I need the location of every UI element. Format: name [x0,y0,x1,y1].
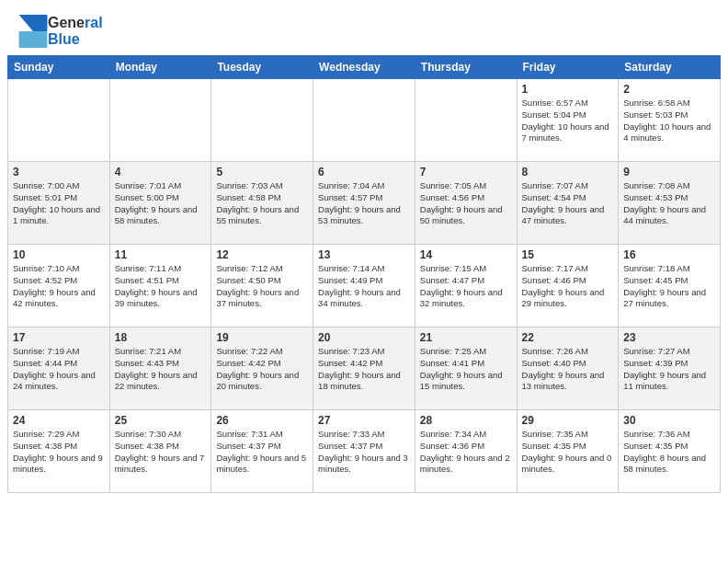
day-number: 6 [318,166,410,178]
calendar-week-3: 10Sunrise: 7:10 AM Sunset: 4:52 PM Dayli… [8,245,721,327]
day-number: 11 [115,248,207,261]
calendar-table: SundayMondayTuesdayWednesdayThursdayFrid… [7,55,721,493]
calendar-header-row: SundayMondayTuesdayWednesdayThursdayFrid… [8,56,721,79]
logo-line1: General [48,15,103,31]
calendar-cell: 11Sunrise: 7:11 AM Sunset: 4:51 PM Dayli… [109,245,211,327]
day-info: Sunrise: 7:18 AM Sunset: 4:45 PM Dayligh… [623,263,715,310]
calendar-cell: 28Sunrise: 7:34 AM Sunset: 4:36 PM Dayli… [415,410,517,493]
calendar-cell: 24Sunrise: 7:29 AM Sunset: 4:38 PM Dayli… [8,410,110,493]
day-info: Sunrise: 7:14 AM Sunset: 4:49 PM Dayligh… [318,263,410,310]
calendar-cell [313,79,415,162]
calendar-cell [109,79,211,162]
day-number: 24 [13,414,105,427]
day-number: 18 [115,331,207,344]
calendar-cell: 25Sunrise: 7:30 AM Sunset: 4:38 PM Dayli… [109,410,211,493]
day-number: 9 [623,166,715,178]
calendar-cell: 13Sunrise: 7:14 AM Sunset: 4:49 PM Dayli… [313,245,415,327]
calendar-week-1: 1Sunrise: 6:57 AM Sunset: 5:04 PM Daylig… [8,79,721,162]
day-info: Sunrise: 7:23 AM Sunset: 4:42 PM Dayligh… [318,346,410,393]
day-number: 10 [13,248,105,261]
calendar-cell: 1Sunrise: 6:57 AM Sunset: 5:04 PM Daylig… [517,79,619,162]
calendar-cell: 27Sunrise: 7:33 AM Sunset: 4:37 PM Dayli… [313,410,415,493]
day-info: Sunrise: 7:19 AM Sunset: 4:44 PM Dayligh… [13,346,105,393]
day-number: 5 [216,166,308,178]
day-number: 28 [420,414,512,427]
calendar-cell: 17Sunrise: 7:19 AM Sunset: 4:44 PM Dayli… [8,327,110,410]
day-header-monday: Monday [109,56,211,79]
day-info: Sunrise: 7:21 AM Sunset: 4:43 PM Dayligh… [115,346,207,393]
day-info: Sunrise: 7:05 AM Sunset: 4:56 PM Dayligh… [420,180,512,227]
calendar-cell: 18Sunrise: 7:21 AM Sunset: 4:43 PM Dayli… [109,327,211,410]
day-number: 27 [318,414,410,427]
day-number: 4 [115,166,207,178]
day-info: Sunrise: 7:29 AM Sunset: 4:38 PM Dayligh… [13,429,105,476]
day-info: Sunrise: 7:04 AM Sunset: 4:57 PM Dayligh… [318,180,410,227]
day-number: 7 [420,166,512,178]
calendar-cell [8,79,110,162]
day-number: 21 [420,331,512,344]
day-number: 20 [318,331,410,344]
day-number: 12 [216,248,308,261]
day-info: Sunrise: 7:25 AM Sunset: 4:41 PM Dayligh… [420,346,512,393]
calendar-week-5: 24Sunrise: 7:29 AM Sunset: 4:38 PM Dayli… [8,410,721,493]
day-info: Sunrise: 6:58 AM Sunset: 5:03 PM Dayligh… [623,98,715,144]
calendar-cell: 20Sunrise: 7:23 AM Sunset: 4:42 PM Dayli… [313,327,415,410]
calendar-cell: 2Sunrise: 6:58 AM Sunset: 5:03 PM Daylig… [619,79,721,162]
day-header-wednesday: Wednesday [313,56,415,79]
day-header-sunday: Sunday [8,56,110,79]
day-number: 30 [623,414,715,427]
day-info: Sunrise: 7:08 AM Sunset: 4:53 PM Dayligh… [623,180,715,227]
day-number: 3 [13,166,105,178]
calendar-cell: 8Sunrise: 7:07 AM Sunset: 4:54 PM Daylig… [517,162,619,245]
calendar-cell: 16Sunrise: 7:18 AM Sunset: 4:45 PM Dayli… [619,245,721,327]
day-info: Sunrise: 7:12 AM Sunset: 4:50 PM Dayligh… [216,263,308,310]
day-number: 26 [216,414,308,427]
day-info: Sunrise: 7:03 AM Sunset: 4:58 PM Dayligh… [216,180,308,227]
calendar-cell [211,79,313,162]
day-number: 23 [623,331,715,344]
day-header-saturday: Saturday [619,56,721,79]
day-info: Sunrise: 7:26 AM Sunset: 4:40 PM Dayligh… [522,346,614,393]
day-info: Sunrise: 7:15 AM Sunset: 4:47 PM Dayligh… [420,263,512,310]
day-number: 16 [623,248,715,261]
calendar-cell: 12Sunrise: 7:12 AM Sunset: 4:50 PM Dayli… [211,245,313,327]
logo-icon [18,15,48,48]
day-info: Sunrise: 7:31 AM Sunset: 4:37 PM Dayligh… [216,429,308,476]
day-info: Sunrise: 7:27 AM Sunset: 4:39 PM Dayligh… [623,346,715,393]
day-number: 2 [623,83,715,96]
day-number: 19 [216,331,308,344]
day-info: Sunrise: 7:22 AM Sunset: 4:42 PM Dayligh… [216,346,308,393]
logo: General Blue [18,15,103,48]
calendar-cell [415,79,517,162]
day-info: Sunrise: 7:35 AM Sunset: 4:35 PM Dayligh… [522,429,614,476]
day-info: Sunrise: 7:10 AM Sunset: 4:52 PM Dayligh… [13,263,105,310]
calendar-cell: 23Sunrise: 7:27 AM Sunset: 4:39 PM Dayli… [619,327,721,410]
day-info: Sunrise: 7:07 AM Sunset: 4:54 PM Dayligh… [522,180,614,227]
day-info: Sunrise: 7:00 AM Sunset: 5:01 PM Dayligh… [13,180,105,227]
day-info: Sunrise: 6:57 AM Sunset: 5:04 PM Dayligh… [522,98,614,144]
day-info: Sunrise: 7:34 AM Sunset: 4:36 PM Dayligh… [420,429,512,476]
calendar-cell: 7Sunrise: 7:05 AM Sunset: 4:56 PM Daylig… [415,162,517,245]
day-header-tuesday: Tuesday [211,56,313,79]
calendar-cell: 26Sunrise: 7:31 AM Sunset: 4:37 PM Dayli… [211,410,313,493]
calendar-cell: 15Sunrise: 7:17 AM Sunset: 4:46 PM Dayli… [517,245,619,327]
calendar-cell: 6Sunrise: 7:04 AM Sunset: 4:57 PM Daylig… [313,162,415,245]
calendar-cell: 10Sunrise: 7:10 AM Sunset: 4:52 PM Dayli… [8,245,110,327]
day-info: Sunrise: 7:30 AM Sunset: 4:38 PM Dayligh… [115,429,207,476]
day-number: 15 [522,248,614,261]
day-number: 29 [522,414,614,427]
day-info: Sunrise: 7:01 AM Sunset: 5:00 PM Dayligh… [115,180,207,227]
day-info: Sunrise: 7:33 AM Sunset: 4:37 PM Dayligh… [318,429,410,476]
calendar-cell: 30Sunrise: 7:36 AM Sunset: 4:35 PM Dayli… [619,410,721,493]
day-number: 22 [522,331,614,344]
calendar-cell: 4Sunrise: 7:01 AM Sunset: 5:00 PM Daylig… [109,162,211,245]
day-number: 25 [115,414,207,427]
logo-line2: Blue [48,31,103,48]
day-number: 17 [13,331,105,344]
calendar-cell: 19Sunrise: 7:22 AM Sunset: 4:42 PM Dayli… [211,327,313,410]
day-number: 8 [522,166,614,178]
calendar-cell: 3Sunrise: 7:00 AM Sunset: 5:01 PM Daylig… [8,162,110,245]
page-header: General Blue [0,0,728,55]
calendar-cell: 21Sunrise: 7:25 AM Sunset: 4:41 PM Dayli… [415,327,517,410]
day-info: Sunrise: 7:17 AM Sunset: 4:46 PM Dayligh… [522,263,614,310]
